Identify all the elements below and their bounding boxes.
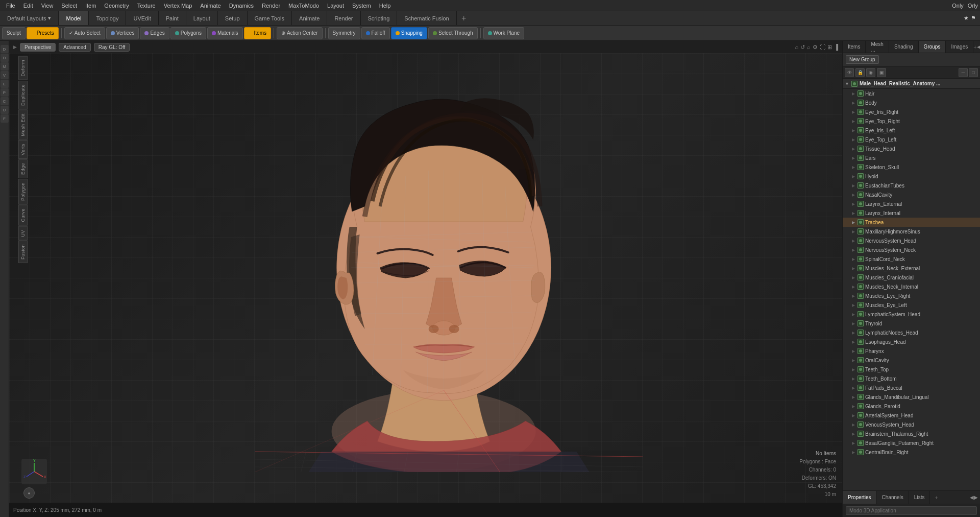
list-item-eye-iris-right[interactable]: ▶ Eye_Iris_Right [843, 107, 980, 116]
vert-tab-uv[interactable]: UV [18, 226, 28, 241]
vert-tab-mesh-edit[interactable]: Mesh Edit [18, 110, 28, 140]
refresh-icon[interactable]: ↺ [800, 44, 805, 51]
materials-button[interactable]: Materials [207, 27, 243, 39]
list-item-nervous-head[interactable]: ▶ NervousSystem_Head [843, 236, 980, 245]
list-eye-btn[interactable]: 👁 [845, 68, 854, 77]
right-tab-mesh[interactable]: Mesh ... [866, 41, 889, 53]
list-item-eye-top-left[interactable]: ▶ Eye_Top_Left [843, 135, 980, 144]
tab-uvedit[interactable]: UVEdit [126, 11, 158, 25]
left-tool-8[interactable]: U [1, 106, 9, 114]
list-lock-btn[interactable]: 🔒 [855, 68, 865, 77]
rb-resize-icon[interactable]: ◀▶ [970, 495, 978, 500]
list-maximize-btn[interactable]: □ [969, 68, 978, 77]
list-item-muscles-neck-ext[interactable]: ▶ Muscles_Neck_External [843, 264, 980, 273]
vert-tab-polygon[interactable]: Polygon [18, 179, 28, 204]
search-icon[interactable]: ⌕ [807, 44, 811, 51]
left-tool-4[interactable]: V [1, 71, 9, 79]
list-minimize-btn[interactable]: ─ [959, 68, 968, 77]
falloff-button[interactable]: Falloff [361, 27, 390, 39]
list-item-esophagus[interactable]: ▶ Esophagus_Head [843, 337, 980, 346]
symmetry-button[interactable]: Symmetry [328, 27, 360, 39]
left-tool-2[interactable]: D [1, 54, 9, 62]
settings-icon[interactable]: ⚙ [813, 44, 818, 51]
list-item-glands-mandibular[interactable]: ▶ Glands_Mandibular_Lingual [843, 392, 980, 402]
right-tab-groups[interactable]: Groups [919, 41, 946, 53]
tab-model[interactable]: Model [59, 11, 89, 25]
tab-schematic[interactable]: Schematic Fusion [397, 11, 456, 25]
menu-file[interactable]: File [2, 2, 19, 10]
list-item-spinalcord[interactable]: ▶ SpinalCord_Neck [843, 254, 980, 264]
tab-render[interactable]: Render [327, 11, 360, 25]
vert-tab-fusion[interactable]: Fusion [18, 241, 28, 263]
list-item-teeth-top[interactable]: ▶ Teeth_Top [843, 365, 980, 374]
list-item-trachea[interactable]: ▶ Trachea [843, 218, 980, 227]
right-tab-images[interactable]: Images [946, 41, 973, 53]
list-item-venous[interactable]: ▶ VenousSystem_Head [843, 420, 980, 429]
tab-paint[interactable]: Paint [159, 11, 186, 25]
menu-maxtomodo[interactable]: MaxToModo [284, 2, 323, 10]
list-item-body[interactable]: ▶ Body [843, 98, 980, 107]
menu-geometry[interactable]: Geometry [100, 2, 133, 10]
left-tool-7[interactable]: C [1, 97, 9, 105]
work-plane-button[interactable]: Work Plane [483, 27, 525, 39]
vert-tab-duplicate[interactable]: Duplicate [18, 81, 28, 109]
menu-select[interactable]: Select [57, 2, 81, 10]
menu-animate[interactable]: Animate [196, 2, 225, 10]
left-tool-9[interactable]: F [1, 114, 9, 123]
list-item-eustachian[interactable]: ▶ EustachianTubes [843, 181, 980, 190]
menu-render[interactable]: Render [258, 2, 284, 10]
rb-tab-lists[interactable]: Lists [909, 491, 930, 504]
menu-vertex-map[interactable]: Vertex Map [160, 2, 197, 10]
list-item-ears[interactable]: ▶ Ears [843, 153, 980, 162]
vert-tab-edge[interactable]: Edge [18, 159, 28, 178]
menu-right-only[interactable]: Only [952, 3, 964, 9]
viewport[interactable]: ▶ Perspective Advanced Ray GL: Off ⌂ ↺ ⌕… [9, 41, 842, 517]
left-tool-1[interactable]: D [1, 45, 9, 53]
menu-help[interactable]: Help [375, 2, 395, 10]
vertices-button[interactable]: Vertices [106, 27, 139, 39]
list-item-pharynx[interactable]: ▶ Pharynx [843, 346, 980, 356]
left-tool-5[interactable]: E [1, 80, 9, 88]
polygons-button[interactable]: Polygons [170, 27, 206, 39]
list-item-hair[interactable]: ▶ Hair [843, 89, 980, 98]
list-render-btn[interactable]: ▣ [877, 68, 886, 77]
item-list[interactable]: ▶ Hair ▶ Body ▶ Eye_Iris_Right ▶ Eye_Top… [843, 89, 980, 490]
edges-button[interactable]: Edges [140, 27, 169, 39]
head-canvas[interactable]: X Y Z [9, 53, 842, 503]
menu-view[interactable]: View [37, 2, 58, 10]
list-item-muscles-eye-r[interactable]: ▶ Muscles_Eye_Right [843, 291, 980, 300]
tab-default-layouts[interactable]: Default Layouts ▾ [0, 11, 59, 25]
auto-select-button[interactable]: ✓ Auto Select [64, 27, 105, 39]
menu-system[interactable]: System [348, 2, 375, 10]
maximize-icon[interactable]: ⛶ [820, 44, 825, 51]
vert-tab-curve[interactable]: Curve [18, 205, 28, 226]
tab-right-flag[interactable]: ⚑ [971, 15, 976, 21]
list-item-nervous-neck[interactable]: ▶ NervousSystem_Neck [843, 245, 980, 254]
tab-topology[interactable]: Topology [89, 11, 126, 25]
sculpt-button[interactable]: Sculpt [2, 27, 26, 39]
tab-right-star[interactable]: ★ [964, 15, 969, 21]
list-item-larynx-int[interactable]: ▶ Larynx_Internal [843, 208, 980, 218]
new-group-button[interactable]: New Group [846, 55, 879, 64]
viewport-circle-btn[interactable]: ● [23, 487, 35, 499]
list-item-thyroid[interactable]: ▶ Thyroid [843, 319, 980, 328]
panel-resize-icon[interactable]: ◀▶ [977, 44, 980, 50]
list-item-eye-top-right[interactable]: ▶ Eye_Top_Right [843, 116, 980, 126]
list-item-nasal[interactable]: ▶ NasalCavity [843, 190, 980, 199]
action-center-button[interactable]: ⊕ Action Center [277, 27, 323, 39]
list-vis-btn[interactable]: ◉ [866, 68, 875, 77]
viewport-render-btn[interactable]: Ray GL: Off [94, 43, 130, 52]
list-item-tissue-head[interactable]: ▶ Tissue_Head [843, 144, 980, 153]
list-item-arterial[interactable]: ▶ ArterialSystem_Head [843, 411, 980, 420]
list-item-fatpads[interactable]: ▶ FatPads_Buccal [843, 383, 980, 392]
list-item-muscles-cranio[interactable]: ▶ Muscles_Craniofacial [843, 273, 980, 282]
list-item-lymph-nodes[interactable]: ▶ LymphaticNodes_Head [843, 328, 980, 337]
vert-tab-deform[interactable]: Deform [18, 56, 28, 80]
command-input[interactable] [846, 506, 977, 515]
rb-tab-channels[interactable]: Channels [877, 491, 909, 504]
rb-tab-add[interactable]: + [930, 491, 942, 504]
list-item-brainstem[interactable]: ▶ Brainstem_Thalamus_Right [843, 429, 980, 438]
home-icon[interactable]: ⌂ [795, 44, 799, 51]
grid-icon[interactable]: ⊞ [827, 44, 832, 51]
tab-layout[interactable]: Layout [186, 11, 218, 25]
